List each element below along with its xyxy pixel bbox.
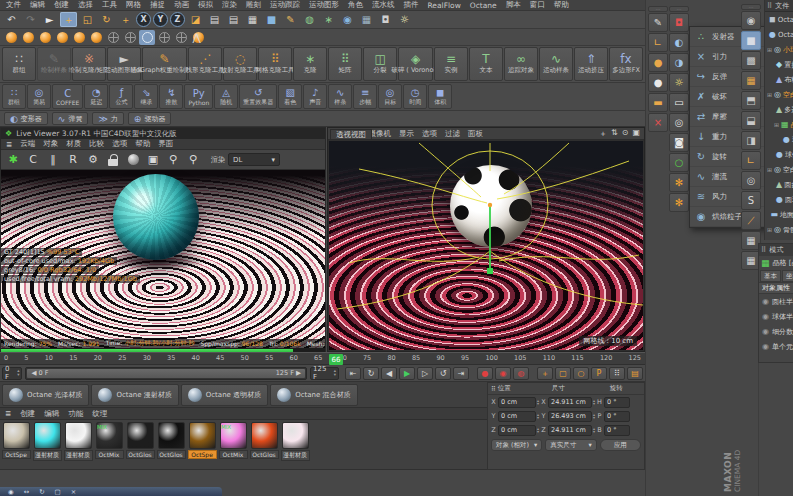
globe-wire-icon[interactable] <box>139 30 155 45</box>
globe-icon[interactable]: ◉ <box>8 488 14 496</box>
autokey-icon[interactable]: ◉ <box>495 367 511 380</box>
material-menu-item[interactable]: 纹理 <box>92 409 107 419</box>
live-viewer-menu-item[interactable]: 材质 <box>66 139 81 149</box>
mograph-tool-button[interactable]: ∿运动样条 <box>539 47 573 81</box>
mograph-tool-button[interactable]: ※绘制克隆/矩阵 <box>72 47 106 81</box>
object-tree-row[interactable]: ▲ 圆盘 <box>765 177 793 192</box>
live-viewer-menu-item[interactable]: 帮助 <box>135 139 150 149</box>
orbit-icon[interactable]: ⊙ <box>622 128 629 139</box>
sphere-orange-icon[interactable] <box>3 30 19 45</box>
menu-item[interactable]: 工具 <box>102 0 117 10</box>
mouse-icon[interactable]: ◎ <box>741 171 761 190</box>
key-parameter-icon[interactable]: P <box>591 367 607 380</box>
sphere-wire-icon[interactable] <box>173 30 189 45</box>
menu-item[interactable]: 脚本 <box>506 0 521 10</box>
area-light-icon[interactable]: ◑ <box>669 53 689 72</box>
effector-button[interactable]: CCOFFEE <box>52 84 83 109</box>
effector-button[interactable]: ƒ公式 <box>109 84 133 109</box>
floor-icon[interactable]: ▦ <box>358 12 375 27</box>
lock-x-axis-icon[interactable]: X <box>136 12 151 27</box>
toggle-view-icon[interactable]: ▣ <box>632 128 640 139</box>
last-tool-icon[interactable]: ＋ <box>117 12 134 27</box>
mograph-tool-button[interactable]: ∷群组 <box>2 47 36 81</box>
material-menu-item[interactable]: 编辑 <box>44 409 59 419</box>
menu-item[interactable]: 帮助 <box>554 0 569 10</box>
material-menu-item[interactable]: 功能 <box>68 409 83 419</box>
attribute-mode-menu[interactable]: 模式 <box>769 245 783 255</box>
rectangle-spline-icon[interactable]: ▬ <box>648 93 668 112</box>
timeline-icon[interactable]: ▤ <box>627 367 643 380</box>
frame-range-slider[interactable]: ◀ 0 F 125 F ▶ <box>25 367 307 380</box>
sculpt-icon[interactable]: S <box>741 191 761 210</box>
timeline-ruler[interactable]: 0510152025303540455055606570758085909510… <box>0 352 645 365</box>
attribute-property-row[interactable]: ◉ 球体半径 <box>759 309 793 324</box>
live-viewer-menu-item[interactable]: 界面 <box>158 139 173 149</box>
menu-grip-icon[interactable]: ≣ <box>6 140 12 149</box>
close-icon[interactable]: × <box>71 488 76 496</box>
coord-mode-dropdown[interactable]: 对象 (相对)▾ <box>491 439 542 451</box>
light-icon[interactable]: ☼ <box>396 12 413 27</box>
menu-item[interactable]: 运动跟踪 <box>270 0 300 10</box>
prev-frame-icon[interactable]: ◀ <box>381 367 397 380</box>
circle-spline-icon[interactable]: ● <box>648 53 668 72</box>
effector-button[interactable]: ◼体积 <box>428 84 452 109</box>
array-icon[interactable]: ∗ <box>320 12 337 27</box>
viewport-view-label[interactable]: 透视视图 <box>330 129 372 140</box>
workplane-icon[interactable]: ◪ <box>187 12 204 27</box>
object-tree-row[interactable]: ▲ 布料 <box>765 72 793 87</box>
pos-y-field[interactable]: 0 cm <box>498 411 536 422</box>
lock-y-axis-icon[interactable]: Y <box>153 12 168 27</box>
effector-button[interactable]: ↺重置效果器 <box>239 84 277 109</box>
sphere-wire-icon[interactable] <box>156 30 172 45</box>
menu-item[interactable]: RealFlow <box>428 1 461 10</box>
render-settings-icon[interactable]: ▦ <box>244 12 261 27</box>
play-icon[interactable]: ▶ <box>399 367 415 380</box>
delete-icon[interactable]: × <box>648 113 668 132</box>
menu-item[interactable]: 模拟 <box>198 0 213 10</box>
palette-handle[interactable]: ⋯ <box>669 6 689 12</box>
menu-item[interactable]: 创建 <box>54 0 69 10</box>
goto-start-icon[interactable]: ⇤ <box>345 367 361 380</box>
mograph-tool-button[interactable]: ⋰线形克隆工具 <box>188 47 222 81</box>
material-swatch[interactable]: 漫射材质 <box>63 422 93 461</box>
camera-icon[interactable]: ◘ <box>669 13 689 32</box>
next-frame-icon[interactable]: ▷ <box>417 367 433 380</box>
window-icon[interactable]: ▢ <box>55 488 61 496</box>
material-swatch[interactable]: OctSpe <box>1 422 31 461</box>
menu-item[interactable]: 网格 <box>126 0 141 10</box>
camera-icon[interactable]: ◘ <box>377 12 394 27</box>
sphere-orange-icon[interactable] <box>54 30 70 45</box>
attribute-property-row[interactable]: ◉ 圆柱半径 <box>759 294 793 309</box>
cube-b-icon[interactable]: ⬓ <box>741 111 761 130</box>
mograph-tool-button[interactable]: ≡实例 <box>434 47 468 81</box>
spline-profile-icon[interactable]: ∟ <box>648 33 668 52</box>
timeline-playhead[interactable]: 66 <box>329 354 343 365</box>
mograph-tool-button[interactable]: ►运动图形选集 <box>107 47 141 81</box>
key-rotation-icon[interactable]: ○ <box>573 367 589 380</box>
sphere-wire-icon[interactable] <box>122 30 138 45</box>
viewport-menu-item[interactable]: 选项 <box>422 129 437 139</box>
pause-icon[interactable]: ‖ <box>45 152 61 168</box>
mograph-tool-button[interactable]: T文本 <box>469 47 503 81</box>
octane-material-button[interactable]: Octane 透明材质 <box>181 384 268 406</box>
object-tree-row[interactable]: ⊞ ◎ 骨骼 <box>765 222 793 237</box>
sphere-orange-icon[interactable] <box>37 30 53 45</box>
mograph-tool-button[interactable]: ◌放射克隆工具 <box>223 47 257 81</box>
object-tree-row[interactable]: ● 球体 <box>765 147 793 162</box>
viewport-menu-item[interactable]: 过滤 <box>445 129 460 139</box>
effector-button[interactable]: ∷群组 <box>2 84 26 109</box>
object-tree-row[interactable]: ▲ 多边 <box>765 102 793 117</box>
size-mode-dropdown[interactable]: 真实尺寸▾ <box>545 439 596 451</box>
octane-material-button[interactable]: Octane 漫射材质 <box>91 384 178 406</box>
spline-corner-icon[interactable]: ∟ <box>741 151 761 170</box>
redo-icon[interactable]: ↷ <box>22 12 39 27</box>
attribute-property-row[interactable]: ◉ 细分数 . . <box>759 324 793 339</box>
mograph-tool-button[interactable]: ◫分裂 <box>363 47 397 81</box>
cube-textured-icon[interactable]: ▩ <box>741 51 761 70</box>
render-ball-icon[interactable] <box>125 152 141 168</box>
object-tree-row[interactable]: ◆ 置换 <box>765 57 793 72</box>
live-select-icon[interactable]: ► <box>41 12 58 27</box>
menu-grip-icon[interactable]: ≣ <box>5 409 11 418</box>
effector-button[interactable]: ◷时间 <box>403 84 427 109</box>
render-picture-viewer-icon[interactable]: ▤ <box>225 12 242 27</box>
